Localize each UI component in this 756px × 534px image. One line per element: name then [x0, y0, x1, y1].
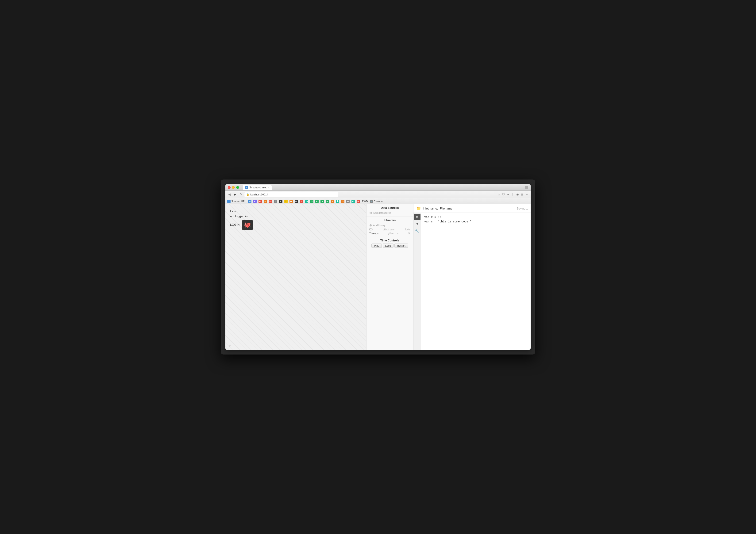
- bm-favicon-m2: M: [295, 200, 298, 203]
- bm-favicon-tu: Tu: [305, 200, 308, 203]
- bm-favicon-gplus: G+: [269, 200, 272, 203]
- restart-button[interactable]: Restart: [394, 243, 408, 248]
- bm-favicon-g2: G: [310, 200, 313, 203]
- library-item-threejs: Three.js github.com ✕: [369, 232, 410, 235]
- address-box[interactable]: 🔒 localhost:3001/i: [244, 192, 338, 197]
- tab-close-icon[interactable]: ✕: [268, 186, 270, 189]
- editor-header: 📁 Inlet name: Filename Saving...: [414, 204, 530, 213]
- bookmark-rwd[interactable]: RWD: [362, 200, 368, 203]
- active-tab[interactable]: T Tributary | inlet ✕: [243, 185, 272, 190]
- bookmark-c[interactable]: C: [351, 200, 355, 203]
- bookmark-shorten-url[interactable]: Shorten URL: [227, 200, 246, 203]
- auth-line2: not logged in: [230, 214, 362, 219]
- bm-favicon-g1: G: [274, 200, 277, 203]
- bookmark-tu[interactable]: Tu: [305, 200, 308, 203]
- settings-toolbar-button[interactable]: ⚙: [414, 214, 420, 220]
- url-text: localhost:3001/i: [250, 193, 268, 196]
- star-icon[interactable]: ☆: [497, 192, 500, 196]
- upload-toolbar-button[interactable]: ⬆: [414, 221, 420, 227]
- preview-content: I am not logged in LOGIN: 🐙: [226, 204, 366, 235]
- add-datasource-label: Add datasource: [373, 211, 391, 214]
- login-row: LOGIN: 🐙: [230, 220, 362, 230]
- bookmark-star[interactable]: ★: [320, 200, 324, 203]
- menu-icon[interactable]: ≡: [525, 192, 529, 196]
- pocket-icon[interactable]: ◉: [516, 192, 519, 196]
- back-button[interactable]: ◀: [227, 192, 231, 197]
- traffic-lights: [228, 186, 239, 189]
- extension-icon2[interactable]: ⋮: [511, 192, 515, 196]
- bookmark-g3[interactable]: G: [341, 200, 344, 203]
- rwd-label: RWD: [362, 200, 368, 203]
- shield2-icon[interactable]: ⊞: [520, 192, 524, 196]
- play-button[interactable]: Play: [371, 243, 382, 248]
- crowbar-label: Crowbar: [374, 200, 384, 203]
- extension-icon1[interactable]: ✦: [506, 192, 510, 196]
- tab-label: Tributary | inlet: [250, 186, 266, 189]
- address-right-icons: ☆ 🛡 ✦ ⋮ ◉ ⊞ ≡: [497, 192, 529, 196]
- refresh-button[interactable]: ↻: [238, 192, 243, 197]
- tab-favicon: T: [245, 186, 248, 189]
- bookmark-g2[interactable]: G: [310, 200, 313, 203]
- bookmark-f[interactable]: F: [315, 200, 319, 203]
- code-editor[interactable]: var x = 6; var s = "this is some code;": [421, 213, 530, 350]
- bookmark-y[interactable]: Y: [284, 200, 287, 203]
- preview-panel: I am not logged in LOGIN: 🐙 ⤢: [226, 204, 366, 350]
- add-datasource-button[interactable]: ⊕ Add datasource: [369, 211, 410, 215]
- editor-toolbar: ⚙ ⬆ 🔧: [414, 213, 421, 350]
- bookmark-t[interactable]: T: [300, 200, 303, 203]
- bm-favicon-p3: P: [331, 200, 334, 203]
- bm-favicon-r2: R: [357, 200, 360, 203]
- close-button[interactable]: [228, 186, 230, 189]
- threejs-source: github.com: [388, 232, 399, 235]
- tab-bar: T Tributary | inlet ✕: [243, 185, 272, 190]
- minimize-button[interactable]: [232, 186, 235, 189]
- maximize-button[interactable]: [236, 186, 239, 189]
- bookmark-p1[interactable]: P: [253, 200, 256, 203]
- add-library-button[interactable]: ⊕ Add library: [369, 223, 410, 227]
- bookmark-p3[interactable]: P: [331, 200, 334, 203]
- github-avatar[interactable]: 🐙: [242, 220, 253, 230]
- bm-favicon-p1: P: [253, 200, 256, 203]
- time-controls-buttons: Play Loop Restart: [369, 243, 410, 248]
- bookmark-m2[interactable]: M: [295, 200, 298, 203]
- bookmark-g1[interactable]: G: [274, 200, 277, 203]
- bookmark-w[interactable]: W: [346, 200, 350, 203]
- bm-favicon-b: B: [289, 200, 293, 203]
- window-resize-button[interactable]: [525, 186, 528, 189]
- add-library-label: Add library: [373, 224, 386, 227]
- threejs-remove-button[interactable]: ✕: [408, 232, 410, 235]
- libraries-title: Libraries: [369, 219, 410, 222]
- bm-favicon-plus: ✚: [336, 200, 339, 203]
- expand-button[interactable]: ⤢: [227, 343, 232, 348]
- inlet-name-value[interactable]: Filename: [440, 207, 452, 210]
- bookmark-r2[interactable]: R: [357, 200, 360, 203]
- bookmark-crowbar[interactable]: 🔧 Crowbar: [370, 200, 384, 203]
- d3-source: github.com: [383, 228, 394, 231]
- forward-button[interactable]: ▶: [233, 192, 237, 197]
- data-sources-section: Data Sources ⊕ Add datasource: [366, 204, 413, 217]
- bookmark-inf[interactable]: ∞: [264, 200, 267, 203]
- data-sources-title: Data Sources: [369, 206, 410, 210]
- lock-icon: 🔒: [246, 193, 249, 196]
- loop-button[interactable]: Loop: [383, 243, 393, 248]
- bookmark-plus[interactable]: ✚: [336, 200, 339, 203]
- browser-window: T Tributary | inlet ✕ ◀ ▶ ↻ 🔒 localhost:…: [226, 184, 530, 350]
- editor-main: ⚙ ⬆ 🔧 var x = 6; var s = "this is some c…: [414, 213, 530, 350]
- bm-favicon-t: T: [300, 200, 303, 203]
- shield-icon[interactable]: 🛡: [501, 192, 505, 196]
- bookmark-b[interactable]: B: [289, 200, 293, 203]
- bookmark-m1[interactable]: M: [248, 200, 252, 203]
- bm-favicon-f: F: [315, 200, 319, 203]
- bm-favicon-inf: ∞: [264, 200, 267, 203]
- bookmark-gplus[interactable]: G+: [269, 200, 272, 203]
- bm-favicon-a: A: [326, 200, 329, 203]
- tools-toolbar-button[interactable]: 🔧: [414, 228, 420, 234]
- bookmarks-bar: Shorten URL M P R ∞ G+ G P Y B M T Tu G …: [226, 198, 530, 204]
- addressbar: ◀ ▶ ↻ 🔒 localhost:3001/i ☆ 🛡 ✦ ⋮ ◉ ⊞ ≡: [226, 191, 530, 198]
- editor-panel: 📁 Inlet name: Filename Saving... ⚙ ⬆ 🔧 v…: [413, 204, 530, 350]
- auth-line1: I am: [230, 209, 362, 214]
- plus-icon-lib: ⊕: [369, 223, 372, 227]
- bookmark-p2[interactable]: P: [279, 200, 283, 203]
- bookmark-a[interactable]: A: [326, 200, 329, 203]
- bookmark-r1[interactable]: R: [258, 200, 262, 203]
